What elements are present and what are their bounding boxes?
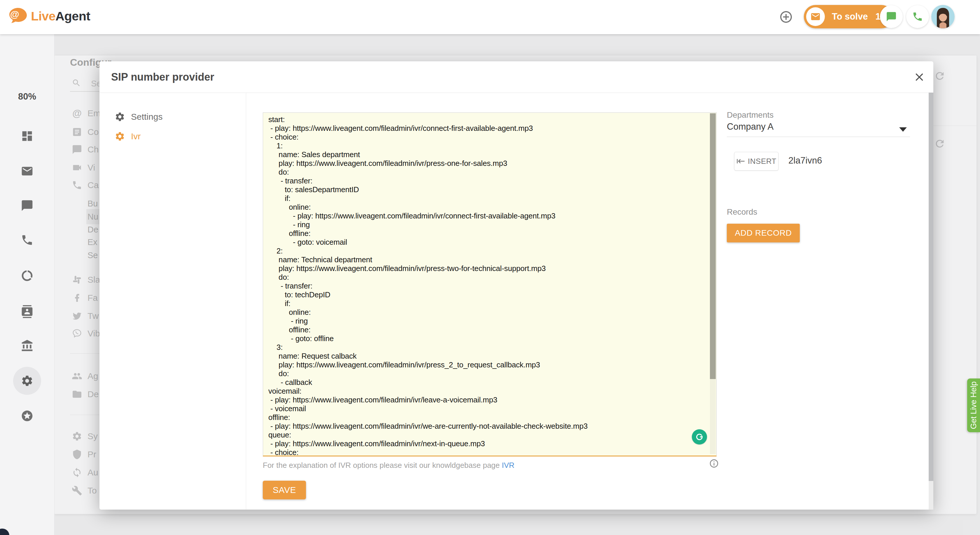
zoom-level: 80% <box>0 91 54 102</box>
grammarly-icon <box>694 432 705 442</box>
modal-scrollbar-thumb[interactable] <box>929 93 933 481</box>
add-button[interactable] <box>778 9 794 25</box>
add-record-button[interactable]: ADD RECORD <box>727 224 800 243</box>
tab-settings[interactable]: Settings <box>99 108 246 126</box>
modal-title: SIP number provider <box>111 61 214 93</box>
insert-tab-icon <box>736 157 745 166</box>
departments-underline <box>727 137 910 137</box>
to-solve-label: To solve <box>832 11 868 22</box>
chats-button[interactable] <box>880 5 903 28</box>
logo-text-live: Live <box>31 9 56 23</box>
reports-icon[interactable] <box>21 269 33 282</box>
department-code: 2la7ivn6 <box>788 155 822 166</box>
liveagent-logo-icon: @ <box>9 8 27 24</box>
customers-icon[interactable] <box>21 305 33 318</box>
info-icon[interactable] <box>709 458 719 468</box>
plus-circle-icon <box>779 10 793 24</box>
calls-rail-icon[interactable] <box>21 234 33 246</box>
grammarly-badge[interactable] <box>692 429 707 444</box>
ivr-script-content: start: - play: https://www.liveagent.com… <box>263 113 716 455</box>
save-button[interactable]: SAVE <box>263 481 306 499</box>
liveagent-logo[interactable]: @ LiveAgent <box>9 8 90 24</box>
top-bar: @ LiveAgent To solve 11 <box>0 0 980 34</box>
calls-button[interactable] <box>906 5 929 28</box>
tickets-icon[interactable] <box>21 165 33 177</box>
logo-text-agent: Agent <box>56 9 90 23</box>
departments-select[interactable]: Company A <box>727 121 773 132</box>
records-label: Records <box>727 208 757 217</box>
ivr-script-textarea[interactable]: start: - play: https://www.liveagent.com… <box>263 112 717 457</box>
svg-text:@: @ <box>10 9 19 19</box>
chats-rail-icon[interactable] <box>21 199 33 212</box>
modal-nav: Settings Ivr <box>99 93 246 509</box>
footer-hint-text: For the explanation of IVR options pleas… <box>263 461 502 470</box>
close-icon[interactable] <box>913 71 926 83</box>
company-icon[interactable] <box>21 339 33 352</box>
phone-icon <box>912 11 923 22</box>
star-badge-icon[interactable] <box>21 409 33 422</box>
departments-label: Departments <box>727 110 773 120</box>
get-live-help-label: Get Live Help <box>969 382 978 429</box>
liveagent-app: @ LiveAgent To solve 11 <box>0 0 980 535</box>
sip-number-provider-modal: SIP number provider Settings Ivr start: … <box>99 61 933 509</box>
envelope-icon <box>810 11 821 22</box>
modal-header: SIP number provider <box>99 61 933 93</box>
editor-scrollbar-thumb[interactable] <box>710 113 716 379</box>
dashboard-icon[interactable] <box>21 130 33 142</box>
avatar-image <box>931 5 955 28</box>
chat-icon <box>886 11 897 22</box>
footer-hint: For the explanation of IVR options pleas… <box>263 461 514 470</box>
insert-button[interactable]: INSERT <box>734 152 778 171</box>
chevron-down-icon[interactable] <box>899 127 907 132</box>
user-avatar[interactable] <box>931 5 955 28</box>
ivr-knowledgebase-link[interactable]: IVR <box>502 461 514 470</box>
settings-rail-icon[interactable] <box>21 374 33 387</box>
gear-icon <box>115 131 125 142</box>
modal-scrollbar[interactable] <box>929 93 933 509</box>
gear-icon <box>115 112 125 122</box>
editor-scrollbar[interactable] <box>710 113 716 454</box>
get-live-help-tab[interactable]: Get Live Help <box>967 378 980 432</box>
left-icon-rail: 80% <box>0 34 54 535</box>
tab-ivr[interactable]: Ivr <box>99 127 246 145</box>
